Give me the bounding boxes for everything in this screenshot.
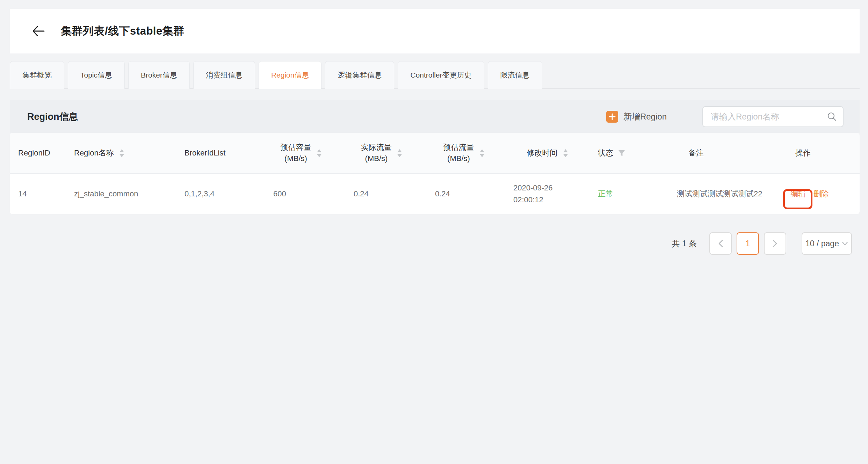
tab-controller-history[interactable]: Controller变更历史 (398, 61, 484, 89)
region-search-input[interactable] (711, 112, 827, 122)
add-region-label: 新增Region (623, 111, 667, 122)
panel-title: Region信息 (27, 110, 78, 123)
plus-square-icon (606, 111, 618, 123)
col-header-modified-time: 修改时间 (505, 133, 589, 173)
edit-link[interactable]: 编辑 (790, 189, 806, 199)
table-row: 14 zj_stable_common 0,1,2,3,4 600 0.24 0… (10, 174, 860, 214)
sort-icon[interactable] (480, 149, 484, 157)
pagination-next-button[interactable] (764, 232, 786, 255)
sort-icon[interactable] (317, 149, 321, 157)
chevron-down-icon (842, 241, 848, 246)
col-header-brokeridlist: BrokerIdList (176, 133, 261, 173)
region-search-box (702, 106, 844, 127)
pagination-total: 共 1 条 (672, 238, 697, 249)
col-header-actual-traffic: 实际流量(MB/s) (340, 133, 422, 173)
pagination-page-1[interactable]: 1 (737, 232, 759, 255)
status-badge: 正常 (598, 189, 613, 199)
tab-broker-info[interactable]: Broker信息 (128, 61, 190, 89)
arrow-left-icon (32, 26, 45, 37)
col-header-remark: 备注 (668, 133, 782, 173)
cell-actions: 编辑 删除 (782, 174, 860, 214)
cell-regionid: 14 (10, 174, 66, 214)
cell-actual-traffic: 0.24 (340, 174, 422, 214)
tab-logical-cluster-info[interactable]: 逻辑集群信息 (325, 61, 394, 89)
tabs-bar: 集群概览 Topic信息 Broker信息 消费组信息 Region信息 逻辑集… (10, 61, 860, 89)
cell-status: 正常 (589, 174, 668, 214)
tab-consumer-group-info[interactable]: 消费组信息 (193, 61, 255, 89)
col-header-region-name: Region名称 (66, 133, 176, 173)
filter-funnel-icon[interactable] (618, 150, 625, 157)
search-icon[interactable] (827, 112, 837, 121)
col-header-estimated-capacity: 预估容量(MB/s) (261, 133, 340, 173)
col-header-estimated-traffic: 预估流量(MB/s) (422, 133, 505, 173)
sort-icon[interactable] (563, 149, 568, 157)
cell-brokeridlist: 0,1,2,3,4 (176, 174, 261, 214)
back-button[interactable] (31, 25, 45, 37)
page-header: 集群列表/线下stable集群 (10, 9, 860, 53)
page-title: 集群列表/线下stable集群 (61, 24, 185, 38)
page-size-select[interactable]: 10 / page (802, 232, 852, 255)
tab-region-info[interactable]: Region信息 (259, 61, 322, 89)
chevron-right-icon (773, 240, 777, 247)
panel-header: Region信息 新增Region (10, 100, 860, 133)
add-region-button[interactable]: 新增Region (606, 111, 667, 123)
cell-estimated-capacity: 600 (261, 174, 340, 214)
col-header-status: 状态 (589, 133, 668, 173)
tab-topic-info[interactable]: Topic信息 (68, 61, 125, 89)
chevron-left-icon (718, 240, 723, 247)
region-table: RegionID Region名称 BrokerIdList 预估容量(MB/s… (10, 133, 860, 214)
page-size-label: 10 / page (805, 239, 839, 248)
col-header-regionid: RegionID (10, 133, 66, 173)
tab-throttle-info[interactable]: 限流信息 (488, 61, 542, 89)
tab-cluster-overview[interactable]: 集群概览 (10, 61, 64, 89)
page: 集群列表/线下stable集群 集群概览 Topic信息 Broker信息 消费… (0, 0, 868, 464)
pagination: 共 1 条 1 10 / page (672, 232, 852, 255)
sort-icon[interactable] (120, 149, 124, 157)
table-header-row: RegionID Region名称 BrokerIdList 预估容量(MB/s… (10, 133, 860, 174)
col-header-actions: 操作 (782, 133, 860, 173)
cell-remark: 测试测试测试测试测试22 (668, 174, 782, 214)
sort-icon[interactable] (397, 149, 402, 157)
cell-region-name: zj_stable_common (66, 174, 176, 214)
cell-modified-time: 2020-09-2602:00:12 (505, 174, 589, 214)
cell-estimated-traffic: 0.24 (422, 174, 505, 214)
delete-link[interactable]: 删除 (813, 189, 829, 199)
pagination-prev-button[interactable] (709, 232, 732, 255)
